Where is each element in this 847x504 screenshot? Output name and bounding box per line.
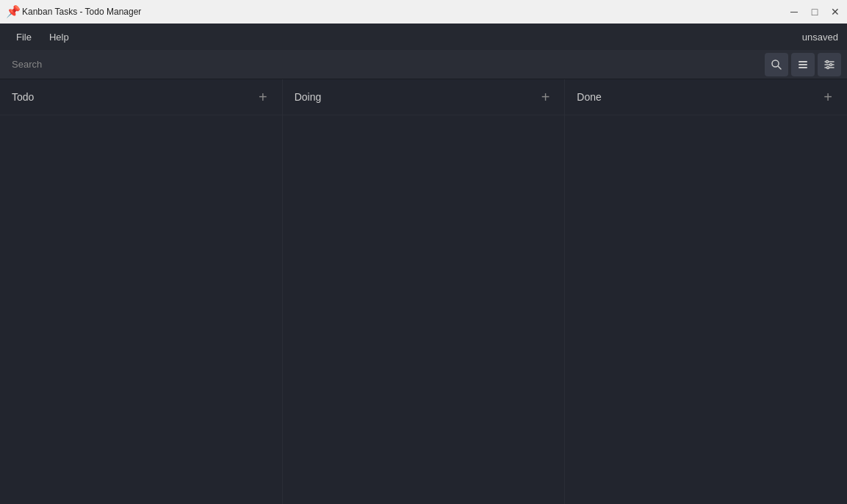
column-body-todo (0, 115, 282, 504)
toolbar-icons (765, 53, 841, 76)
kanban-column-todo: Todo + (0, 79, 283, 504)
add-task-done-button[interactable]: + (821, 90, 835, 104)
close-button[interactable]: ✕ (829, 6, 841, 18)
search-icon (771, 59, 782, 71)
column-body-done (565, 115, 847, 504)
svg-point-8 (830, 63, 832, 65)
kanban-column-doing: Doing + (283, 79, 566, 504)
svg-point-10 (827, 66, 829, 68)
sliders-icon (823, 59, 835, 71)
column-title-todo: Todo (12, 91, 34, 103)
list-icon (797, 59, 809, 71)
svg-rect-4 (799, 67, 807, 68)
column-header-doing: Doing + (283, 79, 565, 115)
svg-point-0 (772, 60, 779, 67)
column-header-done: Done + (565, 79, 847, 115)
svg-rect-3 (799, 64, 807, 65)
kanban-column-done: Done + (565, 79, 847, 504)
title-bar-left: 📌 Kanban Tasks - Todo Manager (6, 6, 141, 18)
settings-icon-button[interactable] (818, 53, 841, 76)
app-icon: 📌 (6, 6, 18, 18)
kanban-board: Todo + Doing + Done + (0, 79, 847, 504)
add-task-todo-button[interactable]: + (256, 90, 270, 104)
svg-line-1 (779, 66, 782, 69)
column-title-done: Done (577, 91, 601, 103)
column-title-doing: Doing (295, 91, 322, 103)
list-view-button[interactable] (791, 53, 815, 76)
maximize-button[interactable]: □ (809, 6, 821, 18)
search-container (6, 56, 765, 73)
title-bar: 📌 Kanban Tasks - Todo Manager ─ □ ✕ (0, 0, 847, 24)
menu-items: File Help (9, 29, 76, 46)
minimize-button[interactable]: ─ (788, 6, 800, 18)
column-body-doing (283, 115, 565, 504)
toolbar (0, 50, 847, 79)
svg-rect-2 (799, 61, 807, 62)
search-input[interactable] (6, 56, 765, 73)
menu-status: unsaved (802, 32, 838, 43)
column-header-todo: Todo + (0, 79, 282, 115)
search-icon-button[interactable] (765, 53, 788, 76)
menu-item-file[interactable]: File (9, 29, 39, 46)
menu-item-help[interactable]: Help (42, 29, 76, 46)
title-bar-controls: ─ □ ✕ (788, 6, 841, 18)
add-task-doing-button[interactable]: + (538, 90, 553, 104)
svg-point-6 (826, 60, 829, 62)
title-bar-title: Kanban Tasks - Todo Manager (22, 7, 141, 17)
menu-bar: File Help unsaved (0, 24, 847, 50)
